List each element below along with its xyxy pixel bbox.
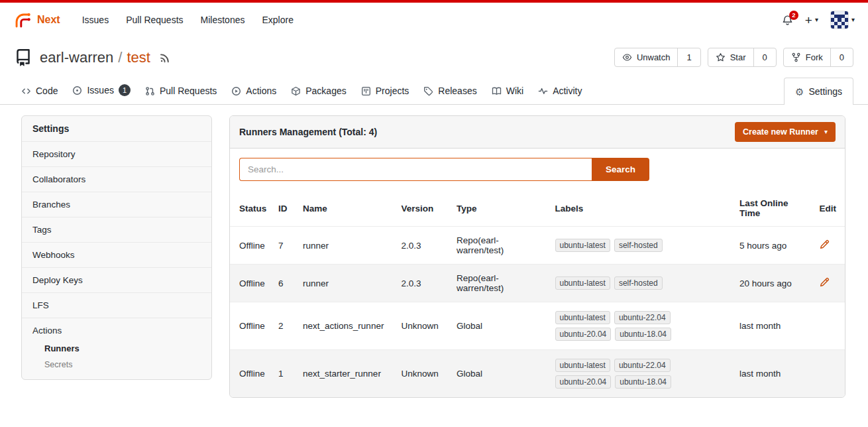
nav-item-pull-requests[interactable]: Pull Requests [117, 9, 191, 30]
pulse-icon [538, 86, 548, 96]
create-runner-button[interactable]: Create new Runner ▾ [735, 122, 836, 142]
chevron-down-icon: ▾ [851, 17, 855, 23]
notifications-button[interactable]: 2 [782, 15, 793, 26]
issues-count-badge: 1 [119, 84, 131, 96]
search-input[interactable] [239, 158, 592, 181]
sidebar-item-lfs[interactable]: LFS [22, 292, 211, 318]
sidebar-item-runners[interactable]: Runners [22, 340, 211, 357]
repo-tabbar: Code Issues 1 Pull Requests Actions Pack… [0, 76, 868, 105]
content-area: Settings Repository Collaborators Branch… [0, 105, 868, 398]
star-button-group: Star 0 [708, 48, 777, 67]
col-header-id: ID [273, 190, 298, 227]
status-cell: Offline [230, 265, 273, 302]
labels-cell: ubuntu-latestself-hosted [550, 227, 734, 265]
type-cell: Global [451, 302, 549, 350]
status-cell: Offline [230, 302, 273, 350]
gear-icon: ⚙ [795, 87, 804, 97]
runner-label-badge: ubuntu-20.04 [555, 328, 612, 341]
tab-pull-requests[interactable]: Pull Requests [138, 78, 223, 104]
col-header-name: Name [298, 190, 396, 227]
git-pull-request-icon [145, 86, 155, 96]
id-cell: 1 [273, 350, 298, 398]
runner-label-badge: ubuntu-latest [555, 239, 610, 252]
forks-count[interactable]: 0 [830, 48, 853, 66]
repo-name-link[interactable]: test [127, 49, 150, 66]
sidebar-item-secrets[interactable]: Secrets [22, 357, 211, 373]
repo-action-buttons: Unwatch 1 Star 0 [614, 48, 853, 67]
repo-owner-link[interactable]: earl-warren [40, 49, 113, 66]
version-cell: Unknown [396, 302, 452, 350]
tab-packages[interactable]: Packages [284, 78, 353, 104]
unwatch-label: Unwatch [637, 52, 671, 62]
tab-actions[interactable]: Actions [225, 78, 283, 104]
status-cell: Offline [230, 350, 273, 398]
fork-button[interactable]: Fork [784, 48, 830, 66]
top-navbar: Next Issues Pull Requests Milestones Exp… [0, 3, 868, 37]
project-icon [361, 86, 371, 96]
repo-icon [15, 49, 32, 66]
runner-label-badge: ubuntu-latest [555, 311, 610, 324]
sidebar-item-deploy-keys[interactable]: Deploy Keys [22, 267, 211, 292]
runners-table: Status ID Name Version Type Labels Last … [230, 190, 845, 397]
tab-releases[interactable]: Releases [417, 78, 483, 104]
id-cell: 7 [273, 227, 298, 265]
issue-opened-icon [72, 86, 82, 95]
runner-label-badge: ubuntu-22.04 [614, 359, 671, 372]
unwatch-button[interactable]: Unwatch [615, 48, 678, 66]
tab-projects[interactable]: Projects [354, 78, 416, 104]
rss-feed-icon[interactable] [160, 52, 170, 63]
unwatch-button-group: Unwatch 1 [614, 48, 701, 67]
search-row: Search [230, 149, 845, 190]
name-cell: next_actions_runner [298, 302, 396, 350]
edit-runner-button[interactable] [820, 239, 830, 249]
runner-label-badge: ubuntu-latest [555, 359, 610, 372]
edit-cell [814, 350, 845, 398]
edit-runner-button[interactable] [820, 277, 830, 287]
tab-wiki[interactable]: Wiki [485, 78, 530, 104]
col-header-edit: Edit [814, 190, 845, 227]
runner-label-badge: ubuntu-18.04 [615, 375, 671, 389]
tab-issues[interactable]: Issues 1 [66, 76, 136, 104]
tab-code[interactable]: Code [15, 78, 64, 104]
table-row: Offline7runner2.0.3Repo(earl-warren/test… [230, 227, 845, 265]
sidebar-item-repository[interactable]: Repository [22, 141, 211, 166]
tag-icon [423, 86, 433, 96]
tab-label: Packages [305, 86, 346, 96]
user-menu-button[interactable]: ▾ [830, 11, 855, 29]
labels-cell: ubuntu-latestubuntu-22.04ubuntu-20.04ubu… [550, 302, 734, 350]
col-header-status: Status [230, 190, 273, 227]
fork-button-group: Fork 0 [783, 48, 853, 67]
sidebar-item-actions[interactable]: Actions [22, 318, 211, 340]
runner-label-badge: ubuntu-latest [555, 276, 610, 290]
nav-item-issues[interactable]: Issues [74, 9, 117, 30]
nav-item-explore[interactable]: Explore [253, 9, 301, 30]
forgejo-logo-icon [13, 11, 31, 29]
edit-cell [814, 227, 845, 265]
labels-cell: ubuntu-latestself-hosted [550, 265, 734, 302]
tab-settings[interactable]: ⚙ Settings [784, 78, 853, 105]
search-button[interactable]: Search [592, 158, 649, 181]
sidebar-group-actions: Actions Runners Secrets [22, 318, 211, 379]
sidebar-item-tags[interactable]: Tags [22, 217, 211, 242]
sidebar-item-webhooks[interactable]: Webhooks [22, 242, 211, 267]
runners-panel-header: Runners Management (Total: 4) Create new… [230, 116, 845, 149]
version-cell: Unknown [396, 350, 452, 398]
version-cell: 2.0.3 [396, 265, 452, 302]
git-fork-icon [791, 52, 801, 62]
sidebar-item-branches[interactable]: Branches [22, 192, 211, 217]
watchers-count[interactable]: 1 [677, 48, 700, 66]
last-online-cell: 20 hours ago [734, 265, 814, 302]
create-runner-label: Create new Runner [743, 127, 818, 137]
create-menu-button[interactable]: + ▾ [805, 14, 818, 27]
tab-activity[interactable]: Activity [531, 78, 588, 104]
stars-count[interactable]: 0 [753, 48, 776, 66]
table-row: Offline2next_actions_runnerUnknownGlobal… [230, 302, 845, 350]
home-link[interactable]: Next [13, 11, 60, 29]
tab-label: Releases [438, 86, 476, 96]
play-circle-icon [231, 86, 241, 96]
nav-item-milestones[interactable]: Milestones [192, 9, 254, 30]
star-button[interactable]: Star [708, 48, 753, 66]
sidebar-item-collaborators[interactable]: Collaborators [22, 166, 211, 192]
name-cell: next_starter_runner [298, 350, 396, 398]
version-cell: 2.0.3 [396, 227, 452, 265]
